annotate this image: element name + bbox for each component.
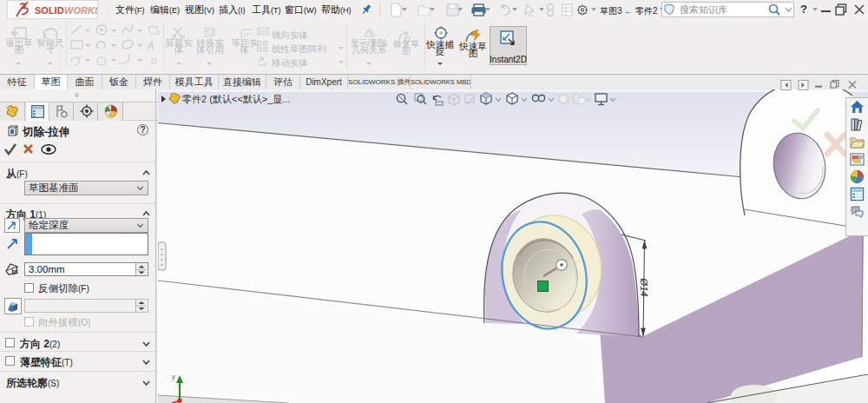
- svg-text:A: A: [146, 40, 155, 52]
- svg-text:SOLID: SOLID: [35, 5, 64, 16]
- svg-text:WORKS: WORKS: [64, 5, 97, 16]
- svg-text:零件2 (默认<<默认>_显...: 零件2 (默认<<默认>_显...: [182, 94, 290, 104]
- svg-text:D1: D1: [12, 269, 18, 274]
- svg-text:搜索知识库: 搜索知识库: [680, 4, 727, 15]
- svg-text:y: y: [172, 373, 175, 380]
- svg-text:Ø14: Ø14: [639, 278, 649, 297]
